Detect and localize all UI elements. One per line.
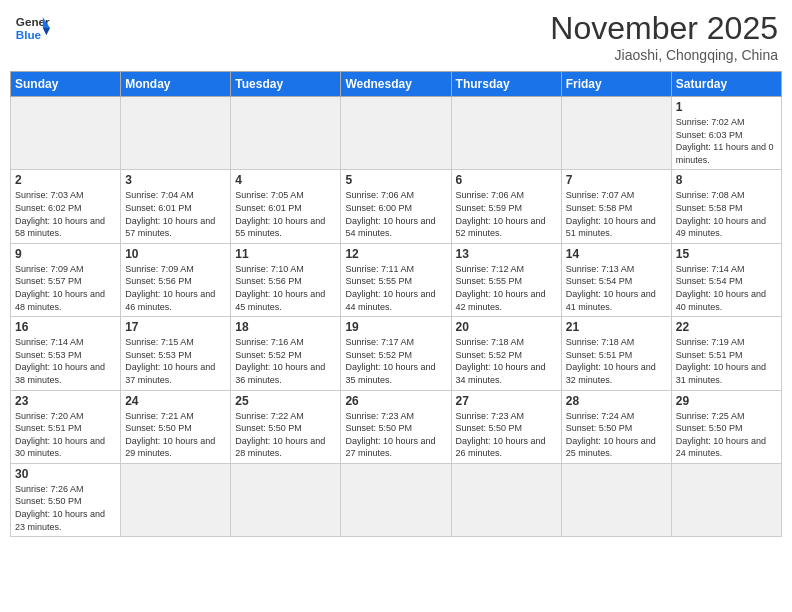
calendar-cell [451,463,561,536]
day-number: 8 [676,173,777,187]
day-number: 19 [345,320,446,334]
calendar-cell: 4Sunrise: 7:05 AMSunset: 6:01 PMDaylight… [231,170,341,243]
day-number: 15 [676,247,777,261]
col-header-monday: Monday [121,72,231,97]
day-info: Sunrise: 7:13 AMSunset: 5:54 PMDaylight:… [566,263,667,313]
calendar-cell: 19Sunrise: 7:17 AMSunset: 5:52 PMDayligh… [341,317,451,390]
day-number: 12 [345,247,446,261]
calendar-cell: 29Sunrise: 7:25 AMSunset: 5:50 PMDayligh… [671,390,781,463]
day-info: Sunrise: 7:09 AMSunset: 5:56 PMDaylight:… [125,263,226,313]
calendar-cell: 23Sunrise: 7:20 AMSunset: 5:51 PMDayligh… [11,390,121,463]
calendar-cell: 25Sunrise: 7:22 AMSunset: 5:50 PMDayligh… [231,390,341,463]
calendar-cell [11,97,121,170]
calendar-cell: 14Sunrise: 7:13 AMSunset: 5:54 PMDayligh… [561,243,671,316]
day-number: 4 [235,173,336,187]
day-number: 22 [676,320,777,334]
day-info: Sunrise: 7:02 AMSunset: 6:03 PMDaylight:… [676,116,777,166]
day-info: Sunrise: 7:04 AMSunset: 6:01 PMDaylight:… [125,189,226,239]
day-number: 7 [566,173,667,187]
day-info: Sunrise: 7:10 AMSunset: 5:56 PMDaylight:… [235,263,336,313]
calendar-cell: 30Sunrise: 7:26 AMSunset: 5:50 PMDayligh… [11,463,121,536]
day-number: 30 [15,467,116,481]
day-info: Sunrise: 7:07 AMSunset: 5:58 PMDaylight:… [566,189,667,239]
calendar-cell: 15Sunrise: 7:14 AMSunset: 5:54 PMDayligh… [671,243,781,316]
col-header-wednesday: Wednesday [341,72,451,97]
day-info: Sunrise: 7:23 AMSunset: 5:50 PMDaylight:… [456,410,557,460]
svg-text:Blue: Blue [16,28,42,41]
calendar-page: General Blue November 2025 Jiaoshi, Chon… [0,0,792,612]
day-info: Sunrise: 7:22 AMSunset: 5:50 PMDaylight:… [235,410,336,460]
day-info: Sunrise: 7:12 AMSunset: 5:55 PMDaylight:… [456,263,557,313]
col-header-saturday: Saturday [671,72,781,97]
day-info: Sunrise: 7:06 AMSunset: 6:00 PMDaylight:… [345,189,446,239]
day-info: Sunrise: 7:03 AMSunset: 6:02 PMDaylight:… [15,189,116,239]
day-number: 13 [456,247,557,261]
calendar-cell: 18Sunrise: 7:16 AMSunset: 5:52 PMDayligh… [231,317,341,390]
day-number: 14 [566,247,667,261]
calendar-cell: 6Sunrise: 7:06 AMSunset: 5:59 PMDaylight… [451,170,561,243]
day-number: 17 [125,320,226,334]
day-number: 6 [456,173,557,187]
calendar-cell [561,463,671,536]
day-number: 28 [566,394,667,408]
day-number: 1 [676,100,777,114]
day-number: 20 [456,320,557,334]
calendar-cell [121,463,231,536]
day-info: Sunrise: 7:09 AMSunset: 5:57 PMDaylight:… [15,263,116,313]
day-info: Sunrise: 7:08 AMSunset: 5:58 PMDaylight:… [676,189,777,239]
calendar-cell [671,463,781,536]
header: General Blue November 2025 Jiaoshi, Chon… [10,10,782,63]
calendar-cell: 8Sunrise: 7:08 AMSunset: 5:58 PMDaylight… [671,170,781,243]
calendar-cell: 1Sunrise: 7:02 AMSunset: 6:03 PMDaylight… [671,97,781,170]
calendar-cell: 21Sunrise: 7:18 AMSunset: 5:51 PMDayligh… [561,317,671,390]
calendar-cell: 16Sunrise: 7:14 AMSunset: 5:53 PMDayligh… [11,317,121,390]
title-block: November 2025 Jiaoshi, Chongqing, China [550,10,778,63]
day-number: 26 [345,394,446,408]
day-number: 11 [235,247,336,261]
calendar-cell [451,97,561,170]
day-info: Sunrise: 7:24 AMSunset: 5:50 PMDaylight:… [566,410,667,460]
calendar-week-row: 30Sunrise: 7:26 AMSunset: 5:50 PMDayligh… [11,463,782,536]
day-number: 27 [456,394,557,408]
calendar-cell [561,97,671,170]
day-info: Sunrise: 7:18 AMSunset: 5:52 PMDaylight:… [456,336,557,386]
day-info: Sunrise: 7:15 AMSunset: 5:53 PMDaylight:… [125,336,226,386]
day-number: 9 [15,247,116,261]
day-number: 25 [235,394,336,408]
col-header-thursday: Thursday [451,72,561,97]
calendar-cell: 12Sunrise: 7:11 AMSunset: 5:55 PMDayligh… [341,243,451,316]
day-number: 3 [125,173,226,187]
calendar-table: SundayMondayTuesdayWednesdayThursdayFrid… [10,71,782,537]
calendar-cell: 11Sunrise: 7:10 AMSunset: 5:56 PMDayligh… [231,243,341,316]
day-number: 18 [235,320,336,334]
calendar-cell: 7Sunrise: 7:07 AMSunset: 5:58 PMDaylight… [561,170,671,243]
calendar-cell: 22Sunrise: 7:19 AMSunset: 5:51 PMDayligh… [671,317,781,390]
day-number: 24 [125,394,226,408]
day-info: Sunrise: 7:23 AMSunset: 5:50 PMDaylight:… [345,410,446,460]
day-info: Sunrise: 7:26 AMSunset: 5:50 PMDaylight:… [15,483,116,533]
day-number: 2 [15,173,116,187]
calendar-cell: 5Sunrise: 7:06 AMSunset: 6:00 PMDaylight… [341,170,451,243]
day-number: 10 [125,247,226,261]
day-number: 21 [566,320,667,334]
day-info: Sunrise: 7:14 AMSunset: 5:53 PMDaylight:… [15,336,116,386]
calendar-cell: 27Sunrise: 7:23 AMSunset: 5:50 PMDayligh… [451,390,561,463]
calendar-week-row: 23Sunrise: 7:20 AMSunset: 5:51 PMDayligh… [11,390,782,463]
day-info: Sunrise: 7:18 AMSunset: 5:51 PMDaylight:… [566,336,667,386]
calendar-cell [341,97,451,170]
col-header-friday: Friday [561,72,671,97]
day-info: Sunrise: 7:19 AMSunset: 5:51 PMDaylight:… [676,336,777,386]
calendar-cell [121,97,231,170]
day-info: Sunrise: 7:17 AMSunset: 5:52 PMDaylight:… [345,336,446,386]
day-info: Sunrise: 7:25 AMSunset: 5:50 PMDaylight:… [676,410,777,460]
day-info: Sunrise: 7:21 AMSunset: 5:50 PMDaylight:… [125,410,226,460]
calendar-cell: 3Sunrise: 7:04 AMSunset: 6:01 PMDaylight… [121,170,231,243]
calendar-cell: 24Sunrise: 7:21 AMSunset: 5:50 PMDayligh… [121,390,231,463]
day-info: Sunrise: 7:11 AMSunset: 5:55 PMDaylight:… [345,263,446,313]
day-info: Sunrise: 7:20 AMSunset: 5:51 PMDaylight:… [15,410,116,460]
day-number: 16 [15,320,116,334]
calendar-week-row: 2Sunrise: 7:03 AMSunset: 6:02 PMDaylight… [11,170,782,243]
day-info: Sunrise: 7:14 AMSunset: 5:54 PMDaylight:… [676,263,777,313]
calendar-week-row: 1Sunrise: 7:02 AMSunset: 6:03 PMDaylight… [11,97,782,170]
calendar-cell: 28Sunrise: 7:24 AMSunset: 5:50 PMDayligh… [561,390,671,463]
